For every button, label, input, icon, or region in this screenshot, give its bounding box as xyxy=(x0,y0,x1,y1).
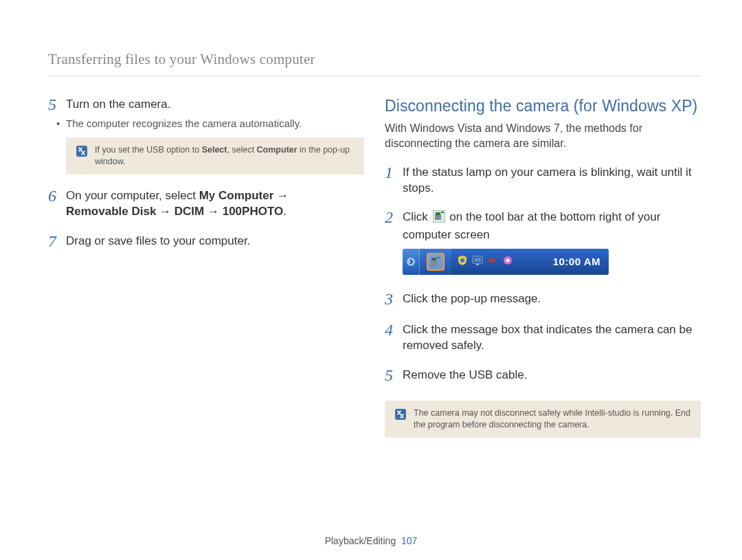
svg-point-12 xyxy=(506,258,510,262)
step-text: Click the pop-up message. xyxy=(403,290,701,307)
svg-rect-10 xyxy=(476,264,479,265)
r-step-2: 2 Click on the tool bar at the bottom ri… xyxy=(385,208,701,243)
shield-icon[interactable] xyxy=(457,255,468,270)
step-number: 4 xyxy=(385,321,403,339)
svg-rect-5 xyxy=(431,260,437,266)
section-heading: Disconnecting the camera (for Windows XP… xyxy=(385,96,701,117)
footer-section: Playback/Editing xyxy=(325,535,396,546)
manual-page: Transferring files to your Windows compu… xyxy=(0,0,742,560)
windows-xp-tray: 10:00 AM xyxy=(403,249,609,275)
safely-remove-hardware-icon[interactable] xyxy=(427,253,445,271)
right-column: Disconnecting the camera (for Windows XP… xyxy=(385,96,701,449)
note-icon xyxy=(394,408,407,421)
r-step-1: 1 If the status lamp on your camera is b… xyxy=(385,164,701,197)
divider xyxy=(48,76,701,76)
step-text: Click the message box that indicates the… xyxy=(403,321,701,354)
step-text: On your computer, select My Computer → R… xyxy=(66,187,364,220)
svg-rect-9 xyxy=(474,258,481,262)
note-text: The camera may not disconnect safely whi… xyxy=(414,407,691,431)
left-column: 5 Turn on the camera. The computer recog… xyxy=(48,96,364,449)
note-box-intelli: The camera may not disconnect safely whi… xyxy=(385,401,701,438)
svg-rect-2 xyxy=(435,214,441,220)
note-icon xyxy=(76,145,88,157)
note-text: If you set the USB option to Select, sel… xyxy=(95,144,355,168)
monitor-icon[interactable] xyxy=(472,255,483,270)
note-box-usb: If you set the USB option to Select, sel… xyxy=(66,137,364,175)
safely-remove-icon xyxy=(433,210,445,227)
svg-point-4 xyxy=(407,258,415,266)
tray-icons-area: 10:00 AM xyxy=(451,249,609,275)
section-intro: With Windows Vista and Windows 7, the me… xyxy=(385,121,701,150)
step-number: 5 xyxy=(48,96,66,113)
step-number: 7 xyxy=(48,232,66,250)
tray-clock[interactable]: 10:00 AM xyxy=(553,255,603,269)
page-footer: Playback/Editing 107 xyxy=(0,535,742,548)
page-title: Transferring files to your Windows compu… xyxy=(48,49,701,69)
step-text: Turn on the camera. xyxy=(66,96,364,113)
step-text: Drag or save files to your computer. xyxy=(66,232,364,249)
svg-point-7 xyxy=(460,258,464,262)
generic-tray-icon[interactable] xyxy=(502,255,513,270)
svg-rect-6 xyxy=(431,258,436,260)
step-7: 7 Drag or save files to your computer. xyxy=(48,232,364,250)
tray-highlighted-area xyxy=(420,249,451,275)
columns: 5 Turn on the camera. The computer recog… xyxy=(48,96,701,449)
r-step-5: 5 Remove the USB cable. xyxy=(385,366,701,384)
step-5: 5 Turn on the camera. xyxy=(48,96,364,113)
step-number: 1 xyxy=(385,164,403,181)
step-text: Click on the tool bar at the bottom righ… xyxy=(403,208,701,243)
step-number: 3 xyxy=(385,290,403,308)
r-step-4: 4 Click the message box that indicates t… xyxy=(385,321,701,354)
r-step-3: 3 Click the pop-up message. xyxy=(385,290,701,308)
step-number: 6 xyxy=(48,187,66,205)
step-number: 5 xyxy=(385,366,403,384)
step-text: Remove the USB cable. xyxy=(403,366,701,383)
step-number: 2 xyxy=(385,208,403,226)
svg-rect-3 xyxy=(436,212,440,215)
footer-page-number: 107 xyxy=(401,535,417,546)
tray-expand-chevron-icon[interactable] xyxy=(403,249,420,275)
step-6: 6 On your computer, select My Computer →… xyxy=(48,187,364,220)
step-5-bullet: The computer recognizes the camera autom… xyxy=(66,117,364,131)
step-text: If the status lamp on your camera is bli… xyxy=(403,164,701,197)
speaker-icon[interactable] xyxy=(487,255,498,270)
